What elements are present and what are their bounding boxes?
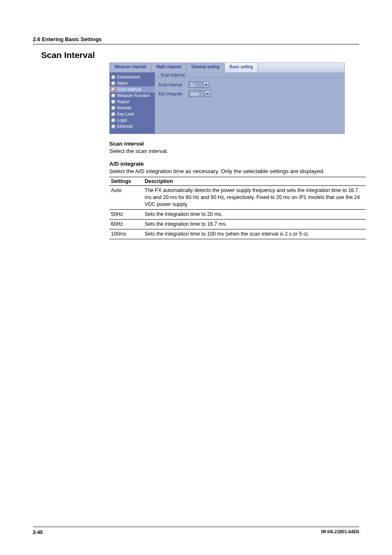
bullet-icon (111, 118, 115, 123)
settings-table: Settings Description Auto The FX automat… (109, 177, 366, 239)
page-footer: 2-40 IM 04L21B01-64EN (33, 527, 359, 535)
sidebar-item-label: Alarm (117, 81, 128, 86)
cell-setting: 60Hz (109, 219, 143, 229)
cell-setting: Auto (109, 186, 143, 210)
text-scan-interval: Select the scan interval. (109, 148, 392, 155)
chevron-down-icon (205, 91, 210, 97)
tab-basic-setting[interactable]: Basic setting (225, 63, 258, 72)
tab-general-setting[interactable]: General setting (187, 63, 225, 72)
sidebar-item-label: Report (117, 99, 129, 104)
cell-description: Sets the integration time to 16.7 ms. (143, 219, 366, 229)
sidebar-item-label: Key Lock (117, 112, 134, 116)
sidebar-item-report[interactable]: Report (110, 99, 155, 105)
field-label: Scan Interval (158, 83, 189, 87)
fieldset-rule (158, 77, 341, 78)
row-ad-integrate: A/D Integrate Auto (158, 90, 341, 97)
doc-id: IM 04L21B01-64EN (321, 530, 359, 535)
table-head-row: Settings Description (109, 177, 366, 186)
cell-description: Sets the integration time to 20 ms. (143, 210, 366, 220)
svg-marker-0 (205, 84, 208, 86)
ad-integrate-dropdown[interactable]: Auto (189, 90, 211, 97)
table-row: 50Hz Sets the integration time to 20 ms. (109, 210, 366, 220)
header-section-label: 2.6 Entering Basic Settings (33, 36, 359, 42)
sidebar-item-remote[interactable]: Remote (110, 105, 155, 111)
table-row: 60Hz Sets the integration time to 16.7 m… (109, 219, 366, 229)
sidebar-item-label: Environment (117, 75, 140, 79)
bullet-icon (111, 88, 115, 92)
th-description: Description (143, 177, 366, 186)
header-rule (33, 44, 359, 44)
subheading-ad-integrate: A/D integrate (109, 161, 392, 167)
scan-interval-dropdown[interactable]: 1s (189, 81, 209, 88)
field-label: A/D Integrate (158, 92, 189, 96)
sidebar-item-label: Measure Function (117, 93, 150, 98)
row-scan-interval: Scan Interval 1s (158, 81, 341, 88)
cell-setting: 50Hz (109, 210, 143, 220)
table-row: 100ms Sets the integration time to 100 m… (109, 229, 366, 239)
settings-screenshot: Measure channel Math channel General set… (109, 62, 345, 134)
dropdown-value: 1s (191, 83, 203, 87)
cell-setting: 100ms (109, 229, 143, 239)
settings-panel: Scan Interval Scan Interval 1s A/D Integ… (155, 72, 344, 134)
bullet-icon (111, 81, 115, 86)
sidebar-item-login[interactable]: Login (110, 117, 155, 123)
th-settings: Settings (109, 177, 143, 186)
bullet-icon (111, 100, 115, 104)
svg-marker-1 (206, 93, 209, 95)
sidebar-item-alarm[interactable]: Alarm (110, 80, 155, 86)
chevron-down-icon (203, 82, 209, 88)
dropdown-value: Auto (191, 92, 205, 96)
sidebar-item-ethernet[interactable]: Ethernet (110, 123, 155, 130)
tab-measure-channel[interactable]: Measure channel (110, 63, 152, 72)
tab-math-channel[interactable]: Math channel (152, 63, 187, 72)
sidebar-item-label: Scan Interval (117, 87, 141, 92)
sidebar-item-label: Remote (117, 106, 131, 110)
fieldset-legend: Scan Interval (161, 73, 184, 77)
page-title: Scan Interval (41, 50, 359, 60)
text-ad-integrate: Select the A/D integration time as neces… (109, 168, 392, 175)
sidebar-item-environment[interactable]: Environment (110, 74, 155, 80)
sidebar-item-scan-interval[interactable]: Scan Interval (110, 86, 155, 92)
bullet-icon (111, 75, 115, 79)
table-row: Auto The FX automatically detects the po… (109, 186, 366, 210)
bullet-icon (111, 112, 115, 116)
bullet-icon (111, 94, 115, 98)
sidebar: Environment Alarm Scan Interval Measure … (110, 72, 155, 134)
bullet-icon (111, 125, 115, 129)
cell-description: Sets the integration time to 100 ms (whe… (143, 229, 366, 239)
bullet-icon (111, 106, 115, 110)
footer-rule (33, 527, 359, 527)
sidebar-item-label: Ethernet (117, 124, 133, 129)
page-number: 2-40 (33, 530, 43, 535)
sidebar-item-key-lock[interactable]: Key Lock (110, 111, 155, 117)
tab-blank-area (258, 63, 344, 72)
sidebar-item-measure-function[interactable]: Measure Function (110, 92, 155, 99)
sidebar-item-label: Login (117, 118, 127, 123)
subheading-scan-interval: Scan interval (109, 141, 392, 147)
tab-bar: Measure channel Math channel General set… (110, 63, 344, 72)
cell-description: The FX automatically detects the power s… (143, 186, 366, 210)
